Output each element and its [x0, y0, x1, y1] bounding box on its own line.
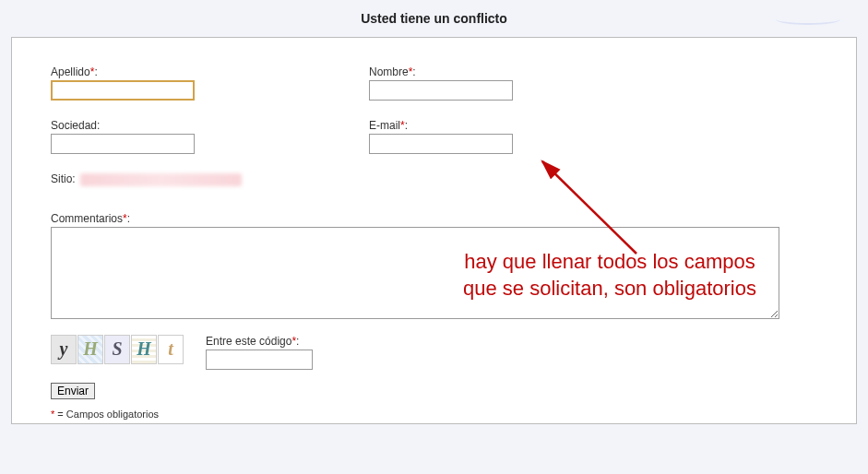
required-footnote: * = Campos obligatorios [51, 409, 817, 420]
commentarios-label: Commentarios*: [51, 212, 817, 225]
sitio-redacted-value [80, 173, 242, 186]
email-input[interactable] [369, 134, 513, 154]
sitio-row: Sitio: [51, 172, 817, 186]
sociedad-input[interactable] [51, 134, 195, 154]
page-title: Usted tiene un conflicto [0, 0, 868, 37]
captcha-letter: S [104, 335, 130, 364]
captcha-code-label: Entre este código*: [206, 335, 313, 348]
captcha-letter: t [158, 335, 184, 364]
captcha-letter: H [77, 335, 103, 364]
captcha-letter: H [131, 335, 157, 364]
nombre-label-text: Nombre [369, 65, 409, 78]
captcha-code-label-text: Entre este código [206, 335, 291, 348]
commentarios-group: Commentarios*: [51, 212, 817, 322]
email-label-text: E-mail [369, 119, 400, 132]
captcha-image: y H S H t [51, 335, 184, 364]
submit-button[interactable]: Enviar [51, 383, 95, 399]
conflict-form: Apellido*: Nombre*: Sociedad: E-mail*: S… [11, 37, 857, 424]
captcha-letter: y [51, 335, 77, 364]
commentarios-label-text: Commentarios [51, 212, 123, 225]
decorative-swoosh [776, 14, 840, 25]
apellido-label: Apellido*: [51, 65, 369, 78]
required-marker: * [291, 335, 296, 348]
required-marker: * [90, 65, 95, 78]
nombre-input[interactable] [369, 80, 513, 101]
apellido-label-text: Apellido [51, 65, 90, 78]
sitio-label: Sitio: [51, 172, 76, 185]
required-marker: * [123, 212, 127, 225]
captcha-code-input[interactable] [206, 350, 313, 370]
footnote-text: = Campos obligatorios [57, 409, 159, 420]
apellido-input[interactable] [51, 80, 195, 101]
sociedad-label: Sociedad: [51, 119, 369, 132]
required-marker: * [409, 65, 413, 78]
nombre-label: Nombre*: [369, 65, 687, 78]
required-marker: * [400, 119, 405, 132]
commentarios-textarea[interactable] [51, 227, 779, 319]
email-label: E-mail*: [369, 119, 687, 132]
